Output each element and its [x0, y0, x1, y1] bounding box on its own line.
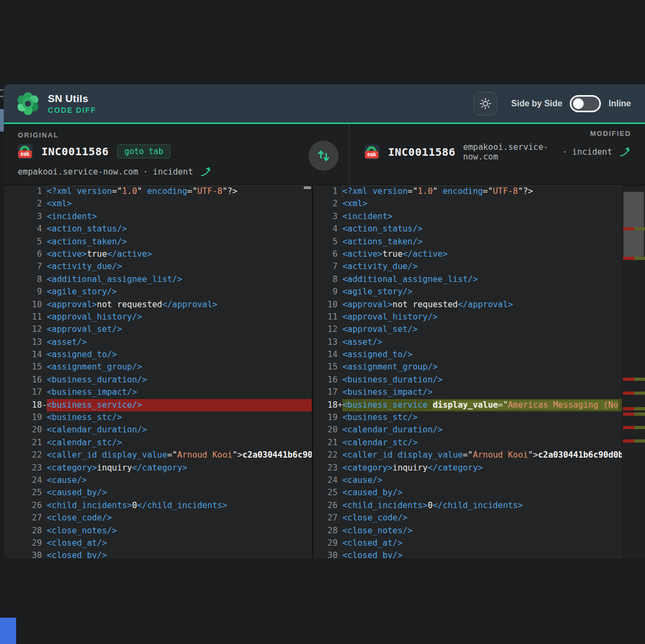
instance-favicon: eak — [18, 144, 33, 159]
minimap-diff-marker[interactable] — [623, 426, 645, 429]
code-text: <cause/> — [342, 474, 622, 487]
code-line: 11<approval_history/> — [4, 311, 312, 323]
line-number: 1 — [313, 185, 338, 198]
code-text: <close_notes/> — [47, 525, 312, 537]
open-record-arrow-icon[interactable] — [200, 166, 212, 178]
code-text: <assigned_to/> — [342, 349, 622, 361]
code-line: 5<actions_taken/> — [4, 236, 312, 248]
code-text: <closed_at/> — [342, 537, 622, 549]
code-line: 21<calendar_stc/> — [313, 437, 622, 449]
app-header: SN Utils CODE DIFF Side by Side — [4, 84, 645, 124]
code-text: <approval_history/> — [342, 311, 622, 323]
minimap-diff-marker[interactable] — [623, 439, 645, 443]
code-line: 10<approval>not requested</approval> — [313, 299, 622, 311]
diff-sign — [42, 411, 47, 424]
code-line: 25<caused_by/> — [4, 487, 312, 499]
original-record-id: INC0011586 — [41, 145, 109, 158]
line-number: 20 — [4, 424, 42, 436]
code-line: 1<?xml version="1.0" encoding="UTF-8"?> — [313, 185, 622, 198]
line-number: 16 — [313, 374, 338, 386]
diff-sign — [42, 185, 47, 198]
code-text: <closed_by/> — [342, 549, 622, 559]
original-header: ORIGINAL eak INC0011586 goto tab empakoo… — [4, 124, 349, 185]
code-text: <agile_story/> — [342, 286, 622, 298]
code-line: 26<child_incidents>0</child_incidents> — [4, 500, 312, 512]
goto-tab-button[interactable]: goto tab — [117, 144, 170, 158]
background-artifact — [0, 89, 3, 91]
code-line: 18-<business_service/> — [4, 399, 312, 411]
diff-sign — [338, 211, 342, 223]
diff-sign — [338, 311, 342, 323]
code-line: 20<calendar_duration/> — [313, 424, 622, 436]
swap-panels-button[interactable] — [309, 141, 339, 171]
line-number: 5 — [4, 236, 42, 248]
line-number: 24 — [4, 474, 42, 487]
code-line: 14<assigned_to/> — [4, 349, 312, 361]
line-number: 10 — [4, 299, 42, 311]
line-number: 25 — [4, 487, 42, 499]
diff-sign — [42, 311, 47, 323]
diff-sign — [42, 349, 47, 361]
code-line: 5<actions_taken/> — [313, 236, 622, 248]
code-text: <approval_set/> — [342, 323, 622, 336]
line-number: 11 — [313, 311, 338, 323]
code-text: <category>inquiry</category> — [47, 462, 312, 474]
code-text: <agile_story/> — [47, 286, 312, 298]
code-line: 9<agile_story/> — [4, 286, 312, 298]
minimap-diff-marker[interactable] — [623, 257, 645, 260]
minimap-diff-marker[interactable] — [623, 413, 645, 416]
minimap-diff-marker[interactable] — [623, 392, 645, 395]
code-text: <closed_by/> — [47, 549, 312, 559]
diff-sign — [338, 462, 342, 474]
line-number: 1 — [4, 185, 42, 198]
modified-table: incident — [572, 147, 612, 157]
favicon-badge: eak — [365, 151, 378, 158]
code-text: <caused_by/> — [47, 487, 312, 499]
open-record-arrow-icon[interactable] — [619, 146, 631, 158]
code-line: 23<category>inquiry</category> — [313, 462, 622, 474]
code-line: 6<active>true</active> — [313, 248, 622, 261]
line-number: 26 — [4, 500, 42, 512]
code-text: <assignment_group/> — [342, 361, 622, 373]
minimap-diff-marker[interactable] — [623, 407, 645, 410]
diff-sign — [338, 349, 342, 361]
diff-sign — [338, 273, 342, 286]
code-text: <asset/> — [342, 336, 622, 349]
diff-sign — [338, 411, 342, 424]
diff-sign — [42, 211, 47, 223]
view-mode-toggle[interactable] — [570, 95, 601, 112]
code-text: <calendar_stc/> — [342, 437, 622, 449]
diff-sign — [42, 198, 47, 210]
modified-section-label: MODIFIED — [364, 129, 631, 138]
original-table: incident — [153, 167, 193, 177]
diff-sign — [338, 286, 342, 298]
minimap-diff-marker[interactable] — [623, 378, 645, 381]
diff-minimap-scrollbar[interactable] — [622, 185, 645, 559]
code-text: <active>true</active> — [47, 248, 312, 261]
diff-sign — [338, 525, 342, 537]
minimap-diff-marker[interactable] — [623, 227, 645, 230]
theme-toggle-button[interactable] — [474, 92, 497, 115]
side-by-side-label: Side by Side — [511, 99, 562, 108]
code-line: 18+<business_service display_value="Amer… — [313, 399, 622, 411]
diff-sign — [42, 525, 47, 537]
code-line: 15<assignment_group/> — [313, 361, 622, 373]
code-text: <additional_assignee_list/> — [342, 273, 622, 286]
line-number: 7 — [4, 261, 42, 273]
diff-sign — [338, 223, 342, 235]
background-artifact — [0, 109, 4, 132]
original-scrollbar-thumb[interactable] — [304, 186, 311, 189]
diff-sign — [42, 273, 47, 286]
app-title: SN Utils — [48, 93, 96, 105]
code-text: <action_status/> — [342, 223, 622, 235]
line-number: 24 — [313, 474, 338, 487]
original-host-row: empakooi.service-now.com · incident — [18, 166, 349, 178]
code-text: <?xml version="1.0" encoding="UTF-8"?> — [342, 185, 622, 198]
code-text: <child_incidents>0</child_incidents> — [342, 500, 622, 512]
modified-host-row: empakooi.service-now.com · incident — [463, 142, 631, 162]
minimap-viewport-thumb[interactable] — [624, 192, 644, 258]
diff-subheader: ORIGINAL eak INC0011586 goto tab empakoo… — [4, 124, 645, 185]
code-line: 28<close_notes/> — [313, 525, 622, 537]
line-number: 20 — [313, 424, 338, 436]
code-line: 12<approval_set/> — [4, 323, 312, 336]
